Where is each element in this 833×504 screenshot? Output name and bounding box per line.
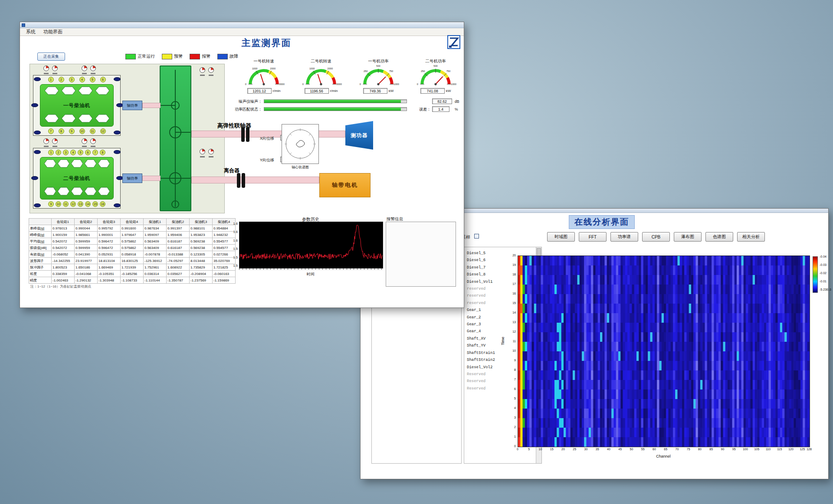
menu-item-1[interactable]: 功能界面 [40,28,66,36]
clutch-bar-1 [237,173,240,188]
bearing [114,131,121,134]
heatmap-y-tick: 9 [505,359,516,362]
svg-text:0: 0 [360,83,361,85]
gauge-row: 一号机转速01000200030001201.12r/min二号机转速01000… [237,59,462,94]
cylinder-number: 2 [59,77,64,82]
row-label: 平均值[g] [29,238,52,245]
heatmap-y-tick: 5 [505,397,516,400]
sensor-dial-cluster [43,65,62,77]
engine-body: 二号柴油机 [40,157,114,200]
noise-unit: dB [455,99,459,104]
table-cell: -125.36912 [144,258,167,264]
analysis-button-2[interactable]: 功率谱 [610,232,638,242]
legend-swatch [125,54,136,59]
gauge-value-row: 1196.56r/min [305,88,338,94]
table-cell: 0.123305 [190,251,213,258]
legend-swatch [217,54,228,59]
row-label: 有效值[g] [29,251,52,258]
table-cell: -0.105351 [98,271,121,277]
table-cell: -1.159869 [213,277,236,284]
cylinder-number: 8 [59,128,64,134]
heatmap-y-tick: 2 [505,425,516,429]
cylinder-number: 4 [79,77,85,82]
heatmap-x-tick: 80 [696,448,704,451]
sensor-dial-cluster [43,138,62,150]
legend-item: 预警 [162,53,183,59]
heatmap-x-tick: 110 [764,448,772,451]
table-cell: -1.002463 [52,277,75,284]
table-cell: -0.007878 [144,251,167,258]
analysis-button-0[interactable]: 时域图 [547,232,575,242]
column-header: 柴油机1 [144,219,167,225]
analysis-button-4[interactable]: 瀑布图 [674,232,702,242]
sensor-dial-cluster [199,149,218,160]
clutch-bar-2 [242,173,245,188]
app-logo [447,35,460,49]
heatmap-y-tick: 14 [505,311,516,314]
heatmap-y-tick: 6 [505,387,516,390]
table-cell: 18.813104 [98,258,121,264]
analysis-button-6[interactable]: 相关分析 [737,232,765,242]
gauge-3: 二号机功率02505007501000741.08kW [409,59,462,94]
history-x-label: 时间 [239,272,382,277]
heatmap-y-tick: 20 [505,254,516,257]
heatmap-x-tick: 10 [537,448,544,451]
table-cell: 1.650186 [75,264,98,271]
cylinder-number: 6 [100,77,106,82]
svg-text:2000: 2000 [270,67,276,70]
cylinder-number: 4 [70,150,76,155]
svg-text:2000: 2000 [328,67,333,70]
table-cell: -0.185256 [121,271,144,277]
main-monitor-window: 系统功能界面 主监测界面 正在采集 正常运行预警报警故障 一号机转速010002… [20,22,464,308]
table-cell: 0.995792 [98,225,121,232]
mini-dial [43,138,49,144]
cylinder-number: 14 [85,201,91,207]
mini-dial [200,67,205,73]
orbit-plot-label: 轴心轨迹图 [282,165,319,170]
corner-cell [29,219,52,225]
menu-bar: 系统功能界面 [20,28,464,36]
gauge-value-row: 741.08kW [420,88,451,94]
heatmap-y-tick: 19 [505,263,516,266]
table-row: 单峰值[g]0.9760130.9900440.9957920.9916000.… [29,225,236,232]
column-header: 齿轮箱3 [98,219,121,225]
gauge-label: 一号机功率 [368,59,389,64]
gauge-value: 749.36 [363,88,387,94]
history-plot-canvas [239,222,383,268]
heatmap-x-tick: 100 [741,448,749,451]
analysis-button-1[interactable]: FFT [579,232,607,242]
gauge-unit: r/min [330,89,338,93]
acquire-button[interactable]: 正在采集 [37,52,65,61]
heatmap-x-tick: 65 [662,448,669,451]
table-cell: 1.752961 [144,264,167,271]
page-title: 主监测界面 [223,37,310,49]
menu-item-0[interactable]: 系统 [23,28,39,36]
table-cell: 1.953823 [190,232,213,238]
heatmap-y-tick: 12 [505,330,516,333]
heatmap-x-tick: 50 [628,448,636,451]
cylinder-numbers-top: 123456 [33,77,120,82]
table-row: 波形因子-14.34225523.91997718.81310416.83012… [29,258,236,264]
desktop-background: 在线分析界面 采样 时域图FFT功率谱CPB瀑布图色谱图相关分析 Diesel_… [0,0,833,504]
history-y-tick: 1.6 [233,230,238,234]
sensor-dial-cluster [199,67,218,79]
mini-dial [90,65,96,71]
table-cell: 0.599959 [75,238,98,245]
heatmap-x-tick: 25 [571,448,578,451]
gauge-2: 一号机功率02505007501000749.36kW [351,59,405,94]
table-cell: 0.596472 [98,245,121,251]
history-y-tick: 1.5 [233,247,238,251]
gauge-unit: kW [446,89,451,93]
y-displacement-label: Y向位移 [260,157,274,163]
main-titlebar[interactable] [20,22,464,28]
engine-hexes-top [44,159,110,170]
table-cell: 1.800523 [52,264,75,271]
analysis-button-3[interactable]: CPB [642,232,670,242]
sample-checkbox[interactable] [474,234,479,239]
analysis-button-5[interactable]: 色谱图 [705,232,733,242]
row-label: 裕度 [29,271,52,277]
gauge-value: 1196.56 [305,88,329,94]
analysis-window-title: 在线分析界面 [569,215,635,229]
table-cell: 0.987634 [144,225,167,232]
svg-text:750: 750 [446,70,450,72]
